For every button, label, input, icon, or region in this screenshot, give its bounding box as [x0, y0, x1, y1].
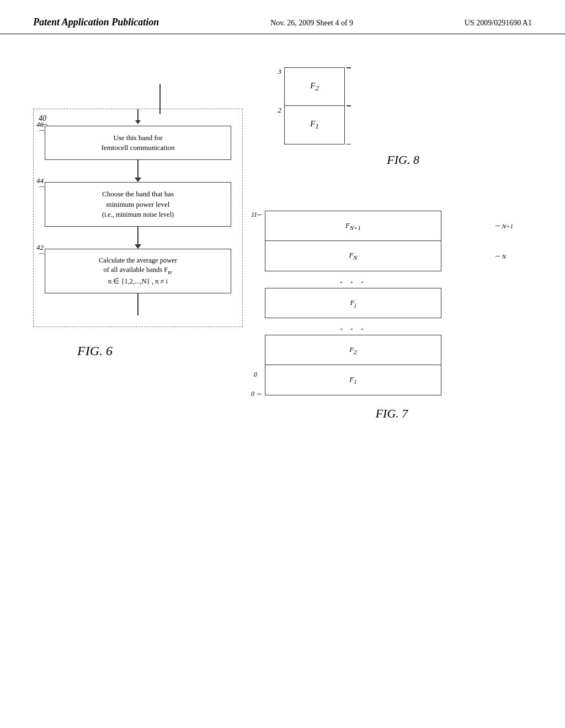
fig6-arrow2	[45, 160, 231, 182]
fig6-arrow1	[45, 227, 231, 249]
fig7-container: 1 0 FN+1 FN . . .	[265, 211, 486, 421]
fig6-box2: Choose the band that has minimum power l…	[45, 182, 231, 227]
fig6-box3: Use this band for femtocell communicatio…	[45, 126, 231, 160]
fig6-bottom-arrow	[45, 293, 231, 315]
fig8-bands: F2 F1	[284, 67, 345, 144]
fig7-dots-top: . . .	[265, 271, 441, 288]
fig6-box1: Calculate the average power of all avail…	[45, 249, 231, 293]
fig8-axis: 3 2	[270, 67, 281, 144]
fig7-band-fj: Fj	[265, 288, 441, 318]
fig7-label: FIG. 7	[265, 406, 486, 421]
fig8-diagram: 3 2 F2 F1	[270, 67, 425, 144]
fig6-outer-box: 46⌒ Use this band for femtocell communic…	[33, 109, 243, 327]
fig8-ticks	[347, 67, 351, 144]
fig6-label: FIG. 6	[33, 344, 243, 358]
fig8-band-f2: F2	[284, 67, 345, 106]
fig6-box2-label: 44⌒	[36, 176, 44, 195]
fig6-box3-label: 46⌒	[36, 120, 44, 139]
fig7-band-fn: FN	[265, 241, 441, 271]
fig8-label: FIG. 8	[270, 153, 425, 167]
fig7-diagram: 1 0 FN+1 FN . . .	[265, 211, 486, 395]
fig7-band-f2: F2	[265, 335, 441, 365]
fig8-container: 3 2 F2 F1	[270, 67, 425, 167]
fig6-panel: 40⌒ 46⌒ Use this band for femtocell comm…	[33, 56, 243, 696]
fig7-band-fn1: FN+1	[265, 211, 441, 241]
main-content: 40⌒ 46⌒ Use this band for femtocell comm…	[0, 34, 565, 718]
fig7-dots-bottom: . . .	[265, 318, 441, 335]
fig8-band-f1: F1	[284, 106, 345, 144]
fig7-bands: FN+1 FN . . . Fj	[265, 211, 441, 395]
publication-date-sheet: Nov. 26, 2009 Sheet 4 of 9	[270, 19, 353, 28]
publication-number: US 2009/0291690 A1	[465, 19, 532, 28]
right-panel: 3 2 F2 F1	[265, 56, 532, 696]
fig7-left-ticks: 1 0	[251, 211, 262, 398]
fig7-band-f1: F1	[265, 365, 441, 395]
publication-title: Patent Application Publication	[33, 17, 159, 28]
fig7-right-ticks: N+1 N	[500, 211, 513, 395]
fig6-box1-label: 42⌒	[36, 243, 44, 262]
page-header: Patent Application Publication Nov. 26, …	[0, 0, 565, 34]
